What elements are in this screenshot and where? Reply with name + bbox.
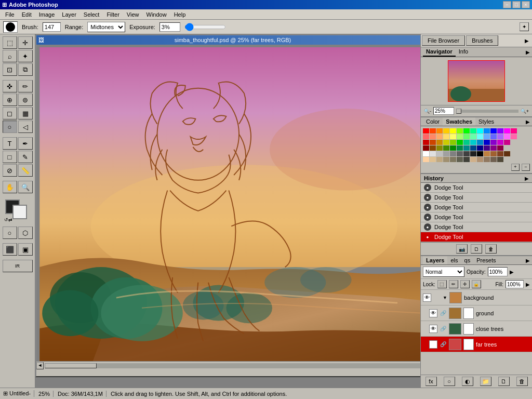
delete-history-btn[interactable]: 🗑 xyxy=(485,244,497,254)
layer-eye-far-trees[interactable]: 👁 xyxy=(429,340,437,349)
swatch[interactable] xyxy=(490,140,497,145)
history-brush-tool[interactable]: ⊚ xyxy=(18,94,33,106)
title-bar-controls[interactable]: − □ × xyxy=(503,1,530,8)
swatch[interactable] xyxy=(436,145,443,151)
create-new-doc-btn[interactable]: 🗋 xyxy=(471,244,482,254)
swatch[interactable] xyxy=(497,134,503,139)
swatch[interactable] xyxy=(497,151,503,156)
swatch[interactable] xyxy=(443,151,449,156)
eyedropper-tool[interactable]: ⊘ xyxy=(3,164,17,177)
menu-layer[interactable]: Layer xyxy=(59,10,79,19)
swatch[interactable] xyxy=(490,128,497,134)
menu-help[interactable]: Help xyxy=(171,10,189,19)
brush-tool[interactable]: ✏ xyxy=(18,80,33,92)
info-tab[interactable]: Info xyxy=(456,47,471,57)
path-tool[interactable]: ◁ xyxy=(18,121,33,133)
layer-close-trees[interactable]: 👁 🔗 close trees xyxy=(421,321,532,337)
swatch[interactable] xyxy=(457,157,463,162)
swatch[interactable] xyxy=(470,151,476,156)
swatch[interactable] xyxy=(484,128,490,134)
swatch[interactable] xyxy=(450,157,456,162)
close-button[interactable]: × xyxy=(522,1,530,8)
history-item-2[interactable]: ● Dodge Tool xyxy=(421,193,532,203)
minimize-button[interactable]: − xyxy=(503,1,511,8)
menu-select[interactable]: Select xyxy=(81,10,103,19)
swatch[interactable] xyxy=(497,145,503,151)
history-item-3[interactable]: ● Dodge Tool xyxy=(421,203,532,212)
swatches-tab[interactable]: Swatches xyxy=(443,117,475,126)
swatch[interactable] xyxy=(423,145,429,151)
swatch[interactable] xyxy=(470,128,476,134)
opacity-input[interactable] xyxy=(488,267,508,276)
layers-tab[interactable]: Layers xyxy=(423,256,447,264)
screen-mode[interactable]: ⬛ xyxy=(3,243,17,256)
swatch[interactable] xyxy=(490,151,497,156)
notes-tool[interactable]: ✎ xyxy=(18,151,33,163)
quickmask-mode[interactable]: ⬡ xyxy=(18,227,33,239)
swatch[interactable] xyxy=(450,140,456,145)
eraser-tool[interactable]: ◻ xyxy=(3,107,17,119)
swatch[interactable] xyxy=(436,157,443,162)
swatch[interactable] xyxy=(511,134,517,139)
menu-filter[interactable]: Filter xyxy=(103,10,122,19)
hscroll-thumb[interactable] xyxy=(45,363,97,368)
zoom-out-icon[interactable]: 🔍- xyxy=(424,109,431,114)
marquee-tool[interactable]: ⬚ xyxy=(3,36,17,49)
swatch[interactable] xyxy=(436,140,443,145)
navigator-expand[interactable]: ▶ xyxy=(526,49,530,55)
swatch[interactable] xyxy=(443,128,449,134)
swatch[interactable] xyxy=(477,151,483,156)
swatch[interactable] xyxy=(484,145,490,151)
menu-view[interactable]: View xyxy=(124,10,142,19)
swatch[interactable] xyxy=(470,140,476,145)
panel-options[interactable]: ▶ xyxy=(525,38,529,44)
fill-input[interactable] xyxy=(506,280,524,288)
swap-colors[interactable]: ⇄ xyxy=(8,217,12,222)
swatch[interactable] xyxy=(477,134,483,139)
lock-move-btn[interactable]: ✛ xyxy=(460,280,470,288)
menu-window[interactable]: Window xyxy=(143,10,170,19)
layer-delete-btn[interactable]: 🗑 xyxy=(516,377,528,386)
history-item-1[interactable]: ● Dodge Tool xyxy=(421,183,532,193)
fill-arrow[interactable]: ▶ xyxy=(526,282,530,287)
swatch[interactable] xyxy=(484,157,490,162)
swatch[interactable] xyxy=(477,145,483,151)
swatch[interactable] xyxy=(443,140,449,145)
shape-tool[interactable]: □ xyxy=(3,151,17,163)
history-item-4[interactable]: ● Dodge Tool xyxy=(421,212,532,222)
heal-tool[interactable]: ✜ xyxy=(3,80,17,92)
swatch[interactable] xyxy=(450,151,456,156)
swatch[interactable] xyxy=(497,140,503,145)
default-colors[interactable]: ↺ xyxy=(4,217,8,222)
stamp-tool[interactable]: ⊕ xyxy=(3,94,17,106)
airbrush-toggle[interactable]: ✦ xyxy=(520,22,529,31)
file-browser-tab[interactable]: File Browser xyxy=(422,35,465,46)
menu-file[interactable]: File xyxy=(2,10,18,19)
swatch[interactable] xyxy=(504,128,510,134)
swatch[interactable] xyxy=(470,134,476,139)
brushes-tab[interactable]: Brushes xyxy=(466,35,498,46)
swatch[interactable] xyxy=(463,145,470,151)
navigator-tab[interactable]: Navigator xyxy=(423,47,456,57)
swatch[interactable] xyxy=(477,128,483,134)
swatch[interactable] xyxy=(430,145,436,151)
zoom-input[interactable]: 25% xyxy=(433,107,454,115)
swatch[interactable] xyxy=(497,128,503,134)
lock-transparent-btn[interactable]: ⬚ xyxy=(437,280,447,288)
range-select[interactable]: Midtones Highlights Shadows xyxy=(87,22,125,32)
swatch[interactable] xyxy=(443,134,449,139)
swatch[interactable] xyxy=(430,128,436,134)
pen-tool[interactable]: ✒ xyxy=(18,137,33,150)
layer-ground[interactable]: 👁 🔗 ground xyxy=(421,305,532,321)
menu-edit[interactable]: Edit xyxy=(19,10,35,19)
presets-tab[interactable]: Presets xyxy=(473,256,499,264)
layers-expand[interactable]: ▶ xyxy=(526,258,530,263)
swatch[interactable] xyxy=(457,140,463,145)
swatch[interactable] xyxy=(490,157,497,162)
measure-tool[interactable]: 📏 xyxy=(18,164,33,177)
swatch[interactable] xyxy=(443,145,449,151)
screen-mode-2[interactable]: ▣ xyxy=(18,243,33,256)
swatch[interactable] xyxy=(457,134,463,139)
swatch[interactable] xyxy=(497,157,503,162)
brush-size-input[interactable] xyxy=(43,22,61,32)
